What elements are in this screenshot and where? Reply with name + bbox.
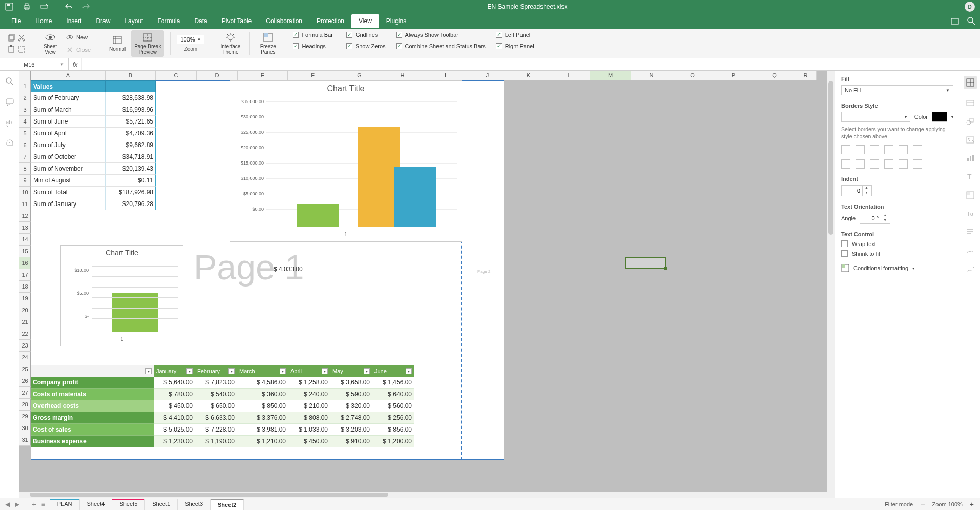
row-header-16[interactable]: 16 [19,257,31,269]
menu-plugins[interactable]: Plugins [379,14,413,28]
col-header-K[interactable]: K [508,71,549,80]
border-none-icon[interactable] [884,145,893,154]
table-header-january[interactable]: January▾ [154,365,195,377]
row-header-6[interactable]: 6 [19,139,31,151]
undo-icon[interactable] [65,3,73,11]
menu-data[interactable]: Data [187,14,214,28]
sheet-tab-plan[interactable]: PLAN [50,499,80,510]
sheet-list-icon[interactable]: ≡ [41,501,45,508]
border-outer-icon[interactable] [841,145,850,154]
col-header-E[interactable]: E [238,71,288,80]
feedback-icon[interactable] [5,138,14,148]
interface-theme-button[interactable]: Interface Theme [217,30,243,57]
zoom-in-icon[interactable]: + [970,500,974,508]
menu-layout[interactable]: Layout [117,14,150,28]
col-header-Q[interactable]: Q [754,71,795,80]
quick-print-icon[interactable] [40,3,48,11]
freeze-panes-button[interactable]: Freeze Panes [256,30,280,57]
border-bottom-icon[interactable] [913,159,922,169]
tab-prev-icon[interactable]: ◀ [5,501,10,508]
pivot-settings-icon[interactable] [966,191,975,200]
shape-settings-icon[interactable] [966,117,975,126]
signature-icon[interactable] [966,246,975,255]
fill-select[interactable]: No Fill▼ [841,85,953,95]
col-header-A[interactable]: A [31,71,106,80]
indent-spinner[interactable]: ▲▼ [841,185,872,196]
table-settings-icon[interactable] [966,98,975,108]
paragraph-settings-icon[interactable] [966,228,975,237]
text-settings-icon[interactable]: T [966,172,975,181]
gridlines-checkbox[interactable]: Gridlines [346,32,378,38]
col-header-M[interactable]: M [590,71,631,80]
col-header-N[interactable]: N [631,71,672,80]
row-header-24[interactable]: 24 [19,352,31,363]
row-header-10[interactable]: 10 [19,187,31,198]
row-header-19[interactable]: 19 [19,293,31,304]
border-diag-down-icon[interactable] [913,145,922,154]
row-header-20[interactable]: 20 [19,304,31,316]
combine-bars-checkbox[interactable]: Combine Sheet and Status Bars [396,43,486,49]
table-header-march[interactable]: March▾ [237,365,288,377]
name-box[interactable]: M16▼ [19,58,69,70]
search-icon[interactable] [967,16,976,26]
menu-view[interactable]: View [351,14,379,28]
slicer-settings-icon[interactable]: Tα [966,209,975,218]
menu-collaboration[interactable]: Collaboration [259,14,309,28]
menu-formula[interactable]: Formula [150,14,187,28]
find-icon[interactable] [5,77,14,86]
shrink-to-fit-checkbox[interactable]: Shrink to fit [841,250,953,257]
sheet-tab-sheet1[interactable]: Sheet1 [145,499,178,510]
border-top-icon[interactable] [884,159,893,169]
col-header-C[interactable]: C [156,71,197,80]
row-header-17[interactable]: 17 [19,269,31,281]
angle-spinner[interactable]: ▲▼ [860,213,890,224]
col-header-I[interactable]: I [424,71,467,80]
col-header-O[interactable]: O [672,71,713,80]
col-header-J[interactable]: J [467,71,508,80]
menu-protection[interactable]: Protection [309,14,351,28]
sheet-tab-sheet4[interactable]: Sheet4 [80,499,113,510]
row-header-4[interactable]: 4 [19,116,31,128]
sheet-tab-sheet5[interactable]: Sheet5 [112,499,145,510]
sheet-tab-sheet3[interactable]: Sheet3 [178,499,211,510]
formula-bar-checkbox[interactable]: Formula Bar [293,32,333,38]
redo-icon[interactable] [82,3,90,11]
always-show-toolbar-checkbox[interactable]: Always Show Toolbar [396,32,458,38]
border-inner-icon[interactable] [856,145,865,154]
vertical-scrollbar[interactable] [827,71,835,498]
menu-pivot-table[interactable]: Pivot Table [215,14,259,28]
cell-settings-icon[interactable] [964,76,977,89]
page-break-preview-button[interactable]: Page Break Preview [131,30,164,57]
sheet-view-button[interactable]: Sheet View [38,30,62,57]
protect-icon[interactable] [966,264,975,274]
cut-icon[interactable] [17,34,26,42]
conditional-formatting-button[interactable]: Conditional formatting▾ [841,264,953,272]
row-header-5[interactable]: 5 [19,128,31,139]
row-header-11[interactable]: 11 [19,198,31,210]
row-header-12[interactable]: 12 [19,210,31,222]
user-avatar[interactable]: D [965,2,975,12]
row-header-18[interactable]: 18 [19,281,31,293]
normal-view-button[interactable]: Normal [106,30,129,57]
table-header-may[interactable]: May▾ [330,365,372,377]
col-header-G[interactable]: G [338,71,381,80]
row-header-15[interactable]: 15 [19,246,31,257]
right-panel-checkbox[interactable]: Right Panel [496,43,534,49]
row-header-25[interactable]: 25 [19,363,31,375]
border-left-icon[interactable] [841,159,850,169]
row-header-8[interactable]: 8 [19,163,31,175]
wrap-text-checkbox[interactable]: Wrap text [841,240,953,247]
menu-insert[interactable]: Insert [59,14,89,28]
spellcheck-icon[interactable]: ab [5,118,14,127]
row-header-13[interactable]: 13 [19,222,31,234]
border-right-icon[interactable] [870,159,879,169]
show-zeros-checkbox[interactable]: Show Zeros [346,43,386,49]
embedded-chart-2[interactable]: Chart Title $10.00$5.00$- 1 [60,245,183,346]
menu-file[interactable]: File [4,14,28,28]
copy-icon[interactable] [7,34,15,42]
col-header-L[interactable]: L [549,71,590,80]
table-header-february[interactable]: February▾ [195,365,237,377]
row-header-29[interactable]: 29 [19,411,31,422]
embedded-chart-1[interactable]: Chart Title $35,000.00$30,000.00$25,000.… [230,80,462,242]
comments-icon[interactable] [5,97,14,107]
